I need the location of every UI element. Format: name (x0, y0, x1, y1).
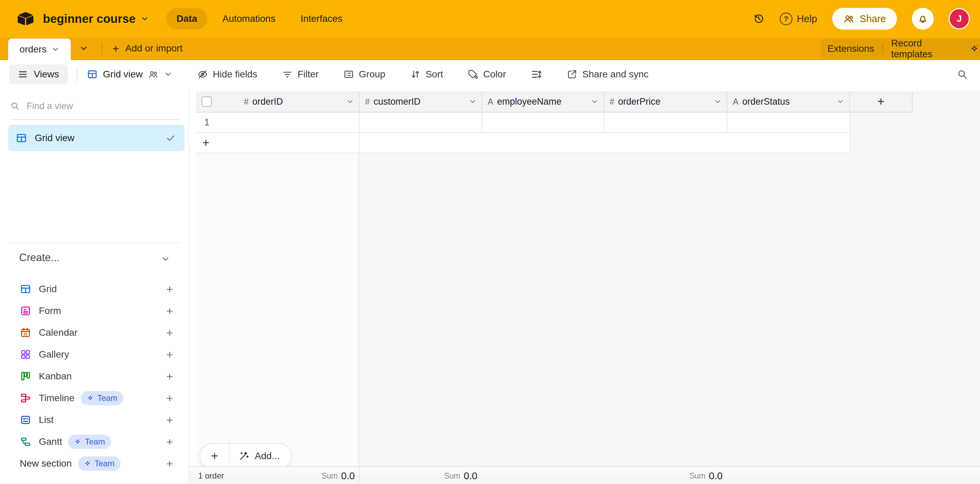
color-button[interactable]: Color (468, 69, 506, 80)
create-view-list: Grid + Form + 31 Calendar + (0, 278, 189, 474)
record-templates-button[interactable]: Record templates (891, 38, 980, 60)
team-badge-label: Team (85, 437, 105, 447)
airtable-logo-icon[interactable] (18, 12, 33, 26)
plus-icon: + (112, 43, 119, 54)
tabbar-right-divider (882, 44, 883, 54)
create-kanban-item[interactable]: Kanban + (0, 366, 189, 387)
add-view-plus-icon[interactable]: + (166, 349, 173, 360)
help-button[interactable]: ? Help (780, 13, 817, 25)
create-gallery-item[interactable]: Gallery + (0, 343, 189, 366)
add-view-plus-icon[interactable]: + (166, 305, 173, 317)
summary-sum-orderID[interactable]: Sum 0.0 (321, 467, 355, 484)
svg-text:31: 31 (24, 332, 28, 336)
sum-label: Sum (444, 471, 460, 481)
chevron-down-icon[interactable] (836, 97, 845, 105)
find-a-view-search[interactable] (10, 93, 180, 120)
create-section-heading[interactable]: Create... (19, 252, 60, 264)
column-header-orderID[interactable]: # orderID (196, 91, 360, 112)
add-row-button[interactable]: + (196, 133, 850, 153)
history-icon[interactable] (752, 13, 765, 25)
add-view-plus-icon[interactable]: + (166, 283, 173, 295)
table-list-chevron-icon[interactable] (79, 44, 89, 53)
select-all-checkbox[interactable] (202, 96, 212, 107)
team-badge: Team (68, 434, 111, 449)
create-item-label: Gallery (39, 349, 69, 360)
column-header-orderPrice[interactable]: # orderPrice (604, 91, 727, 112)
column-header-employeeName[interactable]: A employeeName (482, 91, 604, 112)
filter-button[interactable]: Filter (282, 69, 319, 80)
tab-data[interactable]: Data (166, 8, 207, 29)
sort-icon (410, 69, 421, 80)
share-link-icon (566, 69, 578, 80)
share-and-sync-button[interactable]: Share and sync (566, 69, 649, 80)
notifications-button[interactable] (912, 8, 934, 30)
add-view-plus-icon[interactable]: + (166, 327, 173, 339)
share-button[interactable]: Share (832, 8, 897, 30)
column-name: orderStatus (742, 96, 790, 107)
add-or-import-button[interactable]: + Add or import (112, 37, 183, 59)
summary-sum-orderPrice[interactable]: Sum 0.0 (689, 467, 722, 484)
sort-button[interactable]: Sort (410, 69, 443, 80)
group-label: Group (359, 69, 385, 80)
add-view-plus-icon[interactable]: + (166, 371, 173, 382)
row-height-button[interactable] (531, 69, 542, 80)
table-tab-orders[interactable]: orders (8, 38, 71, 60)
create-section-chevron-icon[interactable] (161, 254, 170, 264)
create-gantt-item[interactable]: Gantt Team + (0, 431, 189, 453)
create-form-item[interactable]: Form + (0, 300, 189, 322)
chevron-down-icon[interactable] (346, 97, 354, 105)
column-header-orderStatus[interactable]: A orderStatus (727, 91, 850, 112)
record-count: 1 order (198, 471, 224, 481)
create-grid-item[interactable]: Grid + (0, 278, 189, 300)
color-icon (468, 69, 479, 80)
create-timeline-item[interactable]: Timeline Team + (0, 387, 189, 409)
add-record-plus-button[interactable]: + (200, 449, 229, 463)
number-field-icon: # (244, 97, 248, 107)
chevron-down-icon[interactable] (714, 97, 722, 105)
gridline (359, 133, 360, 153)
people-icon (843, 13, 855, 24)
tab-automations[interactable]: Automations (212, 8, 286, 29)
extensions-button[interactable]: Extensions (827, 43, 874, 54)
workspace-chevron-down-icon[interactable] (140, 14, 149, 23)
group-button[interactable]: Group (343, 69, 385, 80)
create-item-label: Kanban (39, 371, 72, 382)
workspace-title[interactable]: beginner course (43, 12, 135, 26)
column-header-customerID[interactable]: # customerID (360, 91, 482, 112)
table-row[interactable]: 1 (196, 112, 850, 133)
chevron-down-icon (164, 70, 173, 79)
add-view-plus-icon[interactable]: + (166, 392, 173, 404)
current-view-button[interactable]: Grid view (87, 69, 173, 80)
create-calendar-item[interactable]: 31 Calendar + (0, 322, 189, 343)
add-section-plus-icon[interactable]: + (166, 458, 173, 470)
summary-sum-customerID[interactable]: Sum 0.0 (444, 467, 477, 484)
search-icon[interactable] (957, 69, 968, 80)
check-icon (165, 133, 176, 143)
top-bar: beginner course Data Automations Interfa… (0, 0, 980, 37)
hide-fields-button[interactable]: Hide fields (197, 69, 258, 80)
create-list-item[interactable]: List + (0, 409, 189, 431)
help-label: Help (797, 13, 817, 24)
user-avatar[interactable]: J (949, 8, 970, 29)
views-sidebar: Grid view Create... Grid + Form + (0, 89, 189, 484)
add-view-plus-icon[interactable]: + (166, 436, 173, 447)
find-a-view-input[interactable] (26, 101, 180, 112)
add-field-button[interactable]: + (850, 91, 913, 112)
views-button[interactable]: Views (9, 64, 68, 84)
sidebar-item-grid-view[interactable]: Grid view (8, 125, 185, 151)
toolbar-divider (76, 67, 77, 82)
gridline (482, 112, 482, 132)
add-view-plus-icon[interactable]: + (166, 414, 173, 426)
gridline (359, 112, 360, 132)
gallery-icon (20, 349, 31, 360)
filter-label: Filter (298, 69, 319, 80)
filter-icon (282, 69, 293, 80)
chevron-down-icon[interactable] (590, 97, 599, 105)
create-new-section-item[interactable]: New section Team + (0, 453, 189, 474)
chevron-down-icon[interactable] (469, 97, 477, 105)
airtable-app: beginner course Data Automations Interfa… (0, 0, 980, 484)
add-with-ai-button[interactable]: Add... (229, 450, 291, 462)
tab-interfaces[interactable]: Interfaces (290, 8, 353, 29)
column-name: orderID (252, 96, 283, 107)
team-badge: Team (81, 391, 124, 405)
